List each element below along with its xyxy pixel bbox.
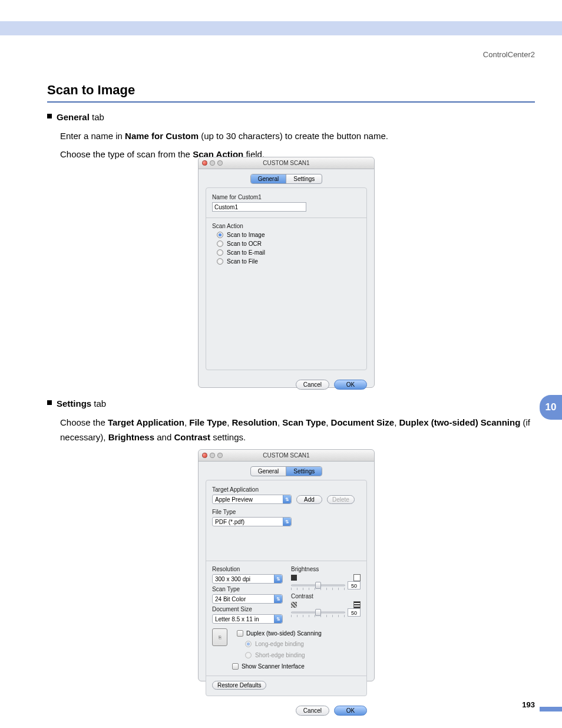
t: Document Size (331, 417, 395, 427)
radio-label: Scan to E-mail (227, 249, 265, 256)
ok-button[interactable]: OK (334, 706, 367, 716)
document-size-label: Document Size (212, 606, 283, 612)
cancel-button[interactable]: Cancel (296, 706, 329, 716)
chevron-updown-icon: ⇅ (274, 615, 282, 623)
heading-rule (47, 101, 535, 103)
t: Contrast (174, 432, 210, 442)
bullet-icon (47, 400, 52, 405)
s1-l1-bold: Name for Custom (125, 131, 199, 141)
s1-l1-pre: Enter a name in (60, 131, 125, 141)
t: Duplex (two-sided) Scanning (399, 417, 520, 427)
product-name: ControlCenter2 (483, 50, 535, 59)
brightness-value: 50 (348, 581, 361, 589)
tab-general[interactable]: General (251, 174, 287, 183)
dialog-title: CUSTOM SCAN1 (199, 160, 374, 166)
radio-label: Scan to Image (227, 232, 265, 238)
radio-icon (217, 258, 223, 265)
t: settings. (210, 432, 246, 442)
name-for-custom-input[interactable] (212, 202, 306, 212)
general-tab-rest: tab (90, 112, 104, 122)
checkbox-icon (237, 630, 243, 637)
document-size-select[interactable]: Letter 8.5 x 11 in ⇅ (212, 614, 283, 624)
select-value: Apple Preview (213, 496, 283, 503)
radio-label: Scan to File (227, 258, 258, 265)
brightness-slider[interactable] (291, 582, 345, 589)
custom-scan-settings-dialog: CUSTOM SCAN1 General Settings Target App… (198, 449, 375, 681)
dialog-title: CUSTOM SCAN1 (199, 452, 374, 459)
top-band (0, 21, 562, 35)
t: Scan Type (282, 417, 326, 427)
tab-segmented-control: General Settings (250, 466, 323, 476)
target-application-select[interactable]: Apple Preview ⇅ (212, 495, 292, 504)
radio-scan-to-ocr[interactable]: Scan to OCR (217, 241, 361, 247)
radio-scan-to-file[interactable]: Scan to File (217, 258, 361, 265)
ok-button[interactable]: OK (334, 380, 367, 390)
duplex-label: Duplex (two-sided) Scanning (246, 630, 322, 637)
contrast-high-icon (353, 601, 361, 608)
cancel-button[interactable]: Cancel (296, 380, 329, 390)
contrast-label: Contrast (291, 593, 361, 599)
select-value: 24 Bit Color (213, 596, 274, 602)
delete-button[interactable]: Delete (327, 495, 355, 504)
scan-type-select[interactable]: 24 Bit Color ⇅ (212, 594, 283, 604)
radio-icon (217, 249, 223, 256)
heading-text: Scan to Image (47, 83, 535, 100)
chevron-updown-icon: ⇅ (274, 575, 282, 583)
name-for-custom-label: Name for Custom1 (212, 194, 361, 200)
radio-short-edge: Short-edge binding (245, 652, 322, 658)
radio-label: Long-edge binding (255, 641, 304, 647)
t: , (184, 417, 189, 427)
scan-action-label: Scan Action (212, 223, 361, 229)
bullet-icon (47, 114, 52, 118)
duplex-icon: ⎘ (212, 628, 227, 646)
radio-icon (245, 652, 252, 658)
chevron-updown-icon: ⇅ (283, 518, 291, 526)
s1-l1-post: (up to 30 characters) to create the butt… (199, 131, 388, 141)
brightness-low-icon (291, 575, 297, 581)
select-value: 300 x 300 dpi (213, 576, 274, 582)
resolution-label: Resolution (212, 566, 283, 572)
page-number-bar (540, 707, 562, 711)
radio-long-edge: Long-edge binding (245, 641, 322, 647)
t: Resolution (232, 417, 278, 427)
scan-type-label: Scan Type (212, 586, 283, 592)
settings-tab-bold: Settings (57, 398, 91, 409)
restore-defaults-button[interactable]: Restore Defaults (212, 681, 266, 690)
radio-scan-to-email[interactable]: Scan to E-mail (217, 249, 361, 256)
chapter-tab: 10 (540, 395, 562, 420)
titlebar: CUSTOM SCAN1 (199, 157, 374, 169)
target-application-label: Target Application (212, 486, 361, 493)
radio-label: Short-edge binding (255, 652, 305, 658)
radio-icon (217, 232, 223, 238)
file-type-select[interactable]: PDF (*.pdf) ⇅ (212, 517, 292, 526)
duplex-checkbox[interactable]: Duplex (two-sided) Scanning (237, 630, 322, 637)
t: Choose the (60, 417, 108, 427)
radio-label: Scan to OCR (227, 241, 262, 247)
contrast-slider[interactable] (291, 609, 345, 616)
general-tab-bold: General (57, 112, 90, 122)
select-value: PDF (*.pdf) (213, 519, 283, 525)
radio-scan-to-image[interactable]: Scan to Image (217, 232, 361, 238)
tab-segmented-control: General Settings (250, 174, 323, 184)
s1-l2-pre: Choose the type of scan from the (60, 149, 193, 159)
t: File Type (189, 417, 227, 427)
t: Brightness (108, 432, 154, 442)
contrast-low-icon (291, 602, 297, 608)
section-heading: Scan to Image (47, 83, 535, 103)
radio-icon (217, 241, 223, 247)
contrast-value: 50 (348, 608, 361, 617)
settings-tab-rest: tab (91, 398, 106, 409)
tab-settings[interactable]: Settings (286, 174, 322, 183)
checkbox-icon (232, 663, 239, 670)
tab-settings[interactable]: Settings (286, 467, 322, 476)
file-type-label: File Type (212, 509, 361, 515)
section1-block: General tab Enter a name in Name for Cus… (47, 110, 535, 162)
resolution-select[interactable]: 300 x 300 dpi ⇅ (212, 574, 283, 584)
show-scanner-label: Show Scanner Interface (242, 663, 305, 670)
brightness-high-icon (353, 574, 361, 581)
select-value: Letter 8.5 x 11 in (213, 616, 274, 622)
section2-block: Settings tab Choose the Target Applicati… (47, 396, 535, 445)
tab-general[interactable]: General (251, 467, 287, 476)
show-scanner-interface-checkbox[interactable]: Show Scanner Interface (232, 663, 361, 670)
add-button[interactable]: Add (296, 495, 322, 504)
